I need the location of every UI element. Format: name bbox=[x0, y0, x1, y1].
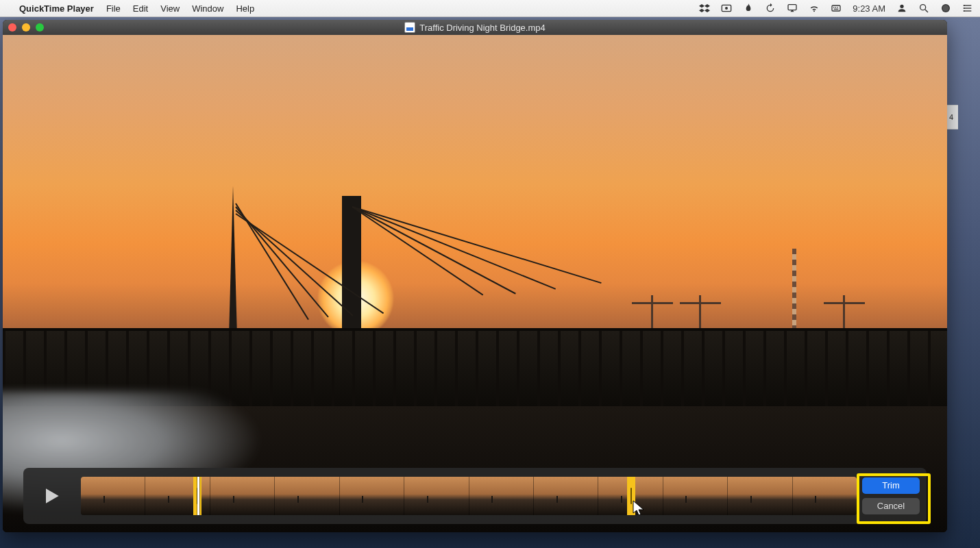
svg-point-1 bbox=[725, 7, 728, 10]
timeline-thumbnail[interactable] bbox=[533, 477, 598, 515]
svg-point-8 bbox=[900, 5, 903, 8]
window-zoom-button[interactable] bbox=[36, 23, 44, 32]
timeline-thumbnail[interactable] bbox=[727, 477, 792, 515]
menu-help[interactable]: Help bbox=[236, 3, 254, 14]
svg-point-17 bbox=[964, 8, 965, 9]
user-icon[interactable] bbox=[896, 3, 907, 14]
timeline-thumbnail[interactable] bbox=[81, 477, 145, 515]
play-button[interactable] bbox=[27, 472, 75, 520]
spotlight-icon[interactable] bbox=[918, 3, 929, 14]
playhead[interactable] bbox=[197, 477, 199, 515]
timeline-thumbnail[interactable] bbox=[469, 477, 533, 515]
notification-center-icon[interactable] bbox=[962, 3, 973, 14]
timeline-thumbnail[interactable] bbox=[210, 477, 274, 515]
svg-point-18 bbox=[964, 10, 965, 12]
video-viewport[interactable]: Trim Cancel bbox=[3, 35, 947, 532]
menu-file[interactable]: File bbox=[106, 3, 121, 14]
backblaze-icon[interactable] bbox=[743, 3, 754, 14]
wifi-icon[interactable] bbox=[809, 3, 820, 14]
macos-menubar: QuickTime Player File Edit View Window H… bbox=[0, 0, 980, 17]
svg-point-16 bbox=[964, 5, 965, 6]
menu-edit[interactable]: Edit bbox=[133, 3, 148, 14]
svg-rect-6 bbox=[837, 7, 838, 8]
cancel-button[interactable]: Cancel bbox=[862, 498, 920, 514]
svg-rect-7 bbox=[834, 9, 839, 10]
timeline-thumbnail[interactable] bbox=[404, 477, 468, 515]
airplay-icon[interactable] bbox=[787, 3, 798, 14]
trim-timeline[interactable] bbox=[81, 477, 857, 515]
screen-record-icon[interactable] bbox=[721, 3, 732, 14]
desktop: 4 Traffic Driving Night Bridge.mp4 bbox=[0, 17, 980, 548]
svg-point-12 bbox=[942, 5, 948, 11]
timeline-thumbnail[interactable] bbox=[598, 477, 662, 515]
menubar-clock[interactable]: 9:23 AM bbox=[853, 3, 885, 14]
timeline-thumbnail[interactable] bbox=[145, 477, 209, 515]
video-frame bbox=[3, 35, 947, 532]
svg-rect-2 bbox=[788, 5, 796, 10]
svg-line-10 bbox=[925, 10, 928, 12]
window-titlebar[interactable]: Traffic Driving Night Bridge.mp4 bbox=[3, 20, 947, 35]
crane-graphic bbox=[680, 295, 721, 329]
menu-window[interactable]: Window bbox=[192, 3, 223, 14]
crane-graphic bbox=[632, 295, 673, 329]
svg-rect-3 bbox=[832, 5, 840, 11]
trim-button[interactable]: Trim bbox=[862, 477, 920, 494]
svg-point-9 bbox=[920, 5, 926, 10]
svg-rect-5 bbox=[835, 7, 836, 8]
siri-icon[interactable] bbox=[940, 3, 951, 14]
app-menu[interactable]: QuickTime Player bbox=[19, 3, 94, 14]
window-close-button[interactable] bbox=[8, 23, 16, 32]
window-title-text: Traffic Driving Night Bridge.mp4 bbox=[419, 23, 546, 33]
quicktime-window: Traffic Driving Night Bridge.mp4 bbox=[3, 20, 947, 532]
smokestack-graphic bbox=[792, 249, 796, 331]
timeline-thumbnail[interactable] bbox=[274, 477, 339, 515]
dropbox-icon[interactable] bbox=[699, 3, 710, 14]
menu-view[interactable]: View bbox=[160, 3, 180, 14]
window-minimize-button[interactable] bbox=[22, 23, 30, 32]
timeline-thumbnail[interactable] bbox=[792, 477, 857, 515]
crane-graphic bbox=[824, 295, 865, 329]
timemachine-icon[interactable] bbox=[765, 3, 776, 14]
trim-toolbar: Trim Cancel bbox=[23, 468, 927, 524]
document-icon bbox=[404, 22, 415, 33]
window-title: Traffic Driving Night Bridge.mp4 bbox=[3, 22, 947, 33]
timeline-thumbnail[interactable] bbox=[339, 477, 404, 515]
timeline-thumbnail[interactable] bbox=[663, 477, 727, 515]
svg-rect-4 bbox=[833, 7, 834, 8]
keyboard-input-icon[interactable] bbox=[831, 3, 842, 14]
